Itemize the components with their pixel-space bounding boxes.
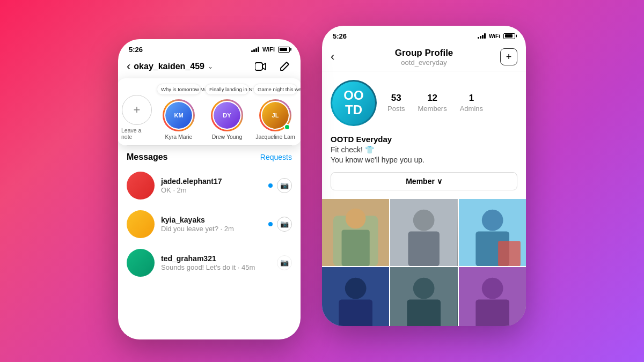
member-button-label: Member ∨	[406, 177, 442, 186]
message-item-2[interactable]: kyia_kayaks Did you leave yet? · 2m 📷	[118, 205, 301, 243]
right-time: 5:26	[333, 32, 347, 40]
svg-rect-14	[339, 300, 372, 326]
message-actions-1: 📷	[268, 178, 292, 193]
avatar-kyia	[127, 210, 155, 238]
photo-grid	[322, 199, 526, 326]
signal-icon	[251, 47, 259, 52]
group-profile-title: Group Profile	[395, 48, 453, 58]
avatar-jaded	[127, 172, 155, 200]
message-content-3: ted_graham321 Sounds good! Let's do it ·…	[161, 254, 270, 271]
right-phone: 5:26 WiFi ‹ Group Profile ootd_everyday …	[322, 26, 526, 326]
left-time: 5:26	[129, 46, 143, 54]
header-username[interactable]: okay_kaiden_459	[134, 62, 204, 71]
svg-point-6	[413, 210, 435, 231]
bio-line2: You know we'll hype you up.	[331, 156, 425, 164]
group-stats: 53 Posts 12 Members 1 Admins	[387, 93, 483, 113]
battery-icon	[278, 47, 290, 53]
message-item-3[interactable]: ted_graham321 Sounds good! Let's do it ·…	[118, 243, 301, 282]
messages-title: Messages	[127, 152, 168, 162]
admins-label: Admins	[460, 105, 483, 113]
stat-admins: 1 Admins	[460, 93, 483, 113]
preview-jaded: OK · 2m	[161, 186, 262, 194]
message-actions-2: 📷	[268, 217, 292, 232]
stat-members: 12 Members	[418, 93, 447, 113]
avatar-ted	[127, 249, 155, 277]
svg-rect-0	[255, 63, 262, 70]
plus-icon: +	[134, 103, 141, 117]
svg-point-13	[345, 278, 367, 299]
preview-ted: Sounds good! Let's do it · 45m	[161, 263, 270, 271]
right-status-icons: WiFi	[478, 33, 515, 39]
right-status-bar: 5:26 WiFi	[322, 26, 526, 43]
username-ted: ted_graham321	[161, 254, 270, 263]
svg-rect-11	[498, 241, 521, 266]
members-label: Members	[418, 105, 447, 113]
message-item-1[interactable]: jaded.elephant17 OK · 2m 📷	[118, 166, 301, 205]
header-back-title[interactable]: ‹ okay_kaiden_459 ⌄	[127, 60, 213, 73]
svg-point-3	[346, 208, 366, 228]
photo-4[interactable]	[322, 267, 389, 326]
story-jacq[interactable]: Game night this weekend? 🎱 JL Jacqueline…	[253, 84, 297, 140]
photo-6[interactable]	[459, 267, 526, 326]
jacq-bubble: Game night this weekend? 🎱	[253, 84, 297, 95]
group-bio: Fit check! 👕 You know we'll hype you up.	[322, 145, 526, 172]
story-drew[interactable]: Finally landing in NYC! ❤️ DY Drew Young	[205, 84, 249, 140]
photo-2[interactable]	[390, 199, 457, 266]
add-to-group-button[interactable]: +	[500, 48, 517, 65]
message-content-2: kyia_kayaks Did you leave yet? · 2m	[161, 216, 262, 233]
requests-link[interactable]: Requests	[260, 153, 292, 161]
header-action-icons	[253, 59, 292, 74]
kyra-bubble: Why is tomorrow Monday!? 😩	[157, 84, 201, 95]
story-self[interactable]: + Leave a note	[121, 95, 152, 140]
group-header-center: Group Profile ootd_everyday	[395, 48, 453, 67]
members-count: 12	[418, 93, 447, 104]
message-actions-3: 📷	[277, 255, 292, 270]
username-kyia: kyia_kayaks	[161, 216, 262, 224]
preview-kyia: Did you leave yet? · 2m	[161, 225, 262, 233]
back-icon[interactable]: ‹	[127, 60, 130, 73]
group-info-section: OOTD 53 Posts 12 Members 1 Admins	[322, 71, 526, 135]
posts-label: Posts	[387, 105, 405, 113]
add-story-button[interactable]: +	[122, 95, 152, 125]
message-list: jaded.elephant17 OK · 2m 📷 kyia_kayaks D…	[118, 166, 301, 282]
right-battery-icon	[503, 33, 515, 39]
drew-bubble: Finally landing in NYC! ❤️	[205, 84, 249, 95]
svg-rect-17	[407, 300, 441, 326]
left-phone: 5:26 WiFi ‹ okay_kaiden_459 ⌄	[118, 39, 301, 339]
username-jaded: jaded.elephant17	[161, 177, 262, 186]
svg-point-9	[481, 210, 503, 231]
plus-icon: +	[506, 51, 512, 63]
edit-button[interactable]	[277, 59, 292, 74]
wifi-icon: WiFi	[262, 46, 275, 53]
photo-1[interactable]	[322, 199, 389, 266]
group-back-button[interactable]: ‹	[331, 50, 348, 64]
kyra-label: Kyra Marie	[165, 134, 193, 140]
group-name: OOTD Everyday	[322, 135, 526, 145]
posts-count: 53	[387, 93, 405, 104]
right-wifi-icon: WiFi	[489, 33, 500, 39]
camera-icon-2[interactable]: 📷	[277, 217, 292, 232]
svg-point-16	[413, 278, 435, 299]
unread-indicator-2	[268, 222, 273, 226]
group-avatar: OOTD	[331, 80, 377, 126]
right-signal-icon	[478, 33, 486, 39]
camera-icon-3[interactable]: 📷	[277, 255, 292, 270]
member-button[interactable]: Member ∨	[331, 172, 517, 190]
chevron-down-icon[interactable]: ⌄	[208, 63, 213, 70]
messages-header: Messages Requests	[118, 146, 301, 166]
bio-line1: Fit check! 👕	[331, 145, 374, 154]
leave-note-label: Leave a note	[121, 127, 152, 140]
camera-icon-1[interactable]: 📷	[277, 178, 292, 193]
group-profile-subtitle: ootd_everyday	[395, 58, 453, 67]
unread-indicator-1	[268, 183, 273, 188]
left-status-bar: 5:26 WiFi	[118, 39, 301, 57]
stat-posts: 53 Posts	[387, 93, 405, 113]
photo-5[interactable]	[390, 267, 457, 326]
left-status-icons: WiFi	[251, 46, 290, 53]
svg-rect-4	[342, 230, 370, 266]
story-kyra[interactable]: Why is tomorrow Monday!? 😩 KM Kyra Marie	[157, 84, 201, 140]
photo-3[interactable]	[459, 199, 526, 266]
group-profile-header: ‹ Group Profile ootd_everyday +	[322, 43, 526, 71]
video-call-button[interactable]	[253, 59, 268, 74]
jacq-label: Jacqueline Lam	[255, 134, 295, 140]
